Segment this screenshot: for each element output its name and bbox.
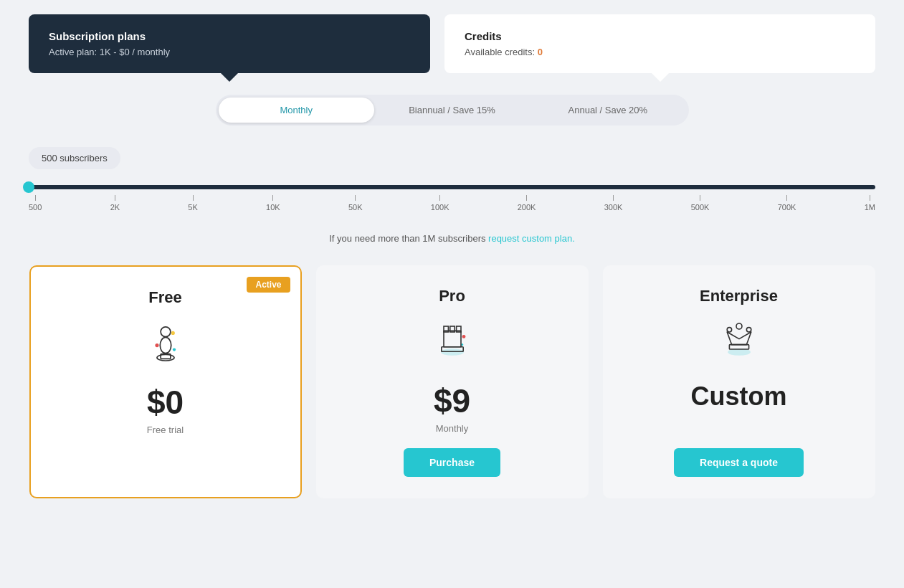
- svg-point-18: [727, 328, 731, 332]
- pro-plan-label: Monthly: [436, 423, 469, 434]
- purchase-button[interactable]: Purchase: [404, 448, 500, 477]
- slider-labels: 500 2K 5K 10K 50K 100K 200K 300K: [29, 195, 875, 212]
- credits-title: Credits: [465, 30, 855, 42]
- enterprise-plan-price: Custom: [691, 381, 787, 412]
- svg-point-4: [160, 337, 171, 353]
- request-quote-button[interactable]: Request a quote: [674, 448, 804, 477]
- subscriber-badge: 500 subscribers: [29, 147, 120, 169]
- active-plan-label: Active plan: 1K - $0 / monthly: [49, 47, 410, 57]
- plan-card-free: Active Free $0 Free trial: [29, 265, 302, 498]
- svg-point-1: [155, 343, 158, 347]
- subscription-title: Subscription plans: [49, 30, 410, 42]
- plan-card-enterprise: Enterprise Custom Request a quote: [603, 265, 875, 498]
- tick-50k: 50K: [348, 195, 363, 212]
- svg-point-2: [172, 348, 175, 351]
- credits-available: Available credits: 0: [465, 47, 855, 57]
- queen-icon: [710, 317, 768, 367]
- pro-plan-price: $9: [434, 381, 470, 420]
- tick-500: 500: [29, 195, 42, 212]
- free-plan-name: Free: [148, 288, 181, 307]
- rook-icon: [424, 317, 481, 367]
- enterprise-plan-name: Enterprise: [700, 287, 778, 305]
- tick-500k: 500K: [691, 195, 710, 212]
- plan-card-pro: Pro $9 Monthly Purchase: [316, 265, 589, 498]
- plans-container: Active Free $0 Free trial Pro: [29, 265, 875, 498]
- billing-tabs: Monthly Biannual / Save 15% Annual / Sav…: [216, 95, 689, 125]
- credits-value: 0: [538, 47, 543, 57]
- tab-monthly[interactable]: Monthly: [219, 98, 374, 123]
- slider-section: 500 subscribers 500 2K 5K 10K 50K 100K: [29, 147, 875, 212]
- slider-track: [29, 185, 875, 189]
- svg-point-9: [462, 335, 465, 338]
- slider-thumb[interactable]: [23, 181, 34, 193]
- tab-biannual[interactable]: Biannual / Save 15%: [374, 98, 530, 123]
- pro-plan-name: Pro: [439, 287, 465, 305]
- svg-point-0: [171, 331, 174, 335]
- tick-2k: 2K: [110, 195, 120, 212]
- svg-point-3: [161, 327, 171, 337]
- tick-5k: 5K: [188, 195, 197, 212]
- svg-point-17: [736, 323, 742, 329]
- tab-annual[interactable]: Annual / Save 20%: [530, 98, 685, 123]
- svg-rect-20: [729, 345, 748, 349]
- tick-700k: 700K: [778, 195, 796, 212]
- tick-1m: 1M: [865, 195, 875, 212]
- svg-point-6: [157, 354, 174, 361]
- tick-300k: 300K: [604, 195, 623, 212]
- tick-200k: 200K: [518, 195, 536, 212]
- tick-10k: 10K: [266, 195, 280, 212]
- subscription-panel: Subscription plans Active plan: 1K - $0 …: [29, 14, 430, 73]
- pawn-icon: [137, 318, 194, 369]
- svg-point-19: [746, 328, 751, 332]
- active-badge: Active: [247, 277, 290, 293]
- custom-plan-link[interactable]: request custom plan.: [488, 233, 575, 244]
- info-text: If you need more than 1M subscribers req…: [29, 233, 875, 244]
- free-plan-label: Free trial: [147, 425, 184, 435]
- tick-100k: 100K: [431, 195, 449, 212]
- free-plan-price: $0: [147, 383, 184, 422]
- svg-rect-14: [444, 331, 461, 346]
- slider-container[interactable]: [29, 185, 875, 189]
- credits-panel: Credits Available credits: 0: [444, 14, 875, 73]
